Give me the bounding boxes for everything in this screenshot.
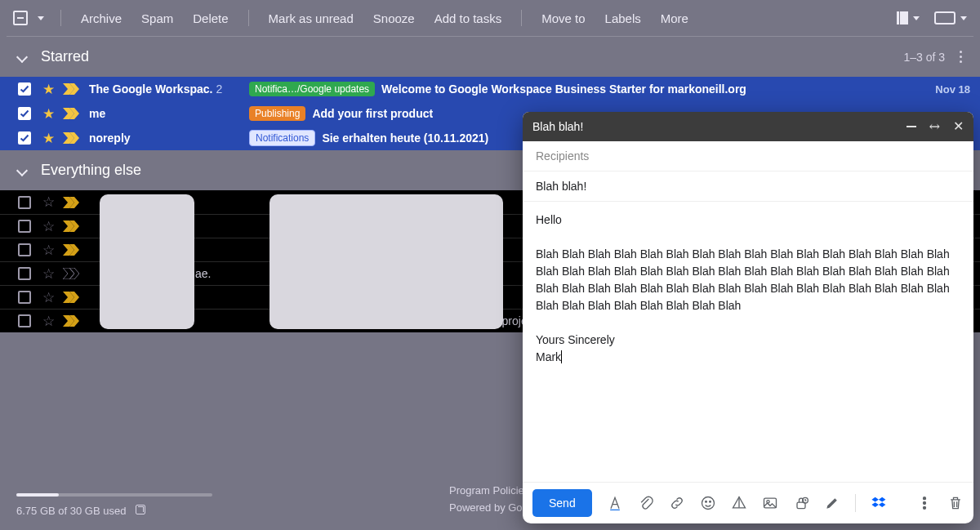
input-tools-toggle[interactable] [934,11,967,24]
row-checkbox[interactable] [18,243,31,256]
row-checkbox[interactable] [18,314,31,327]
row-checkbox[interactable] [18,267,31,280]
archive-button[interactable]: Archive [73,8,130,29]
attachment-preview-card[interactable] [270,194,503,329]
send-button-group: Send [532,489,592,517]
star-icon[interactable]: ☆ [42,194,55,211]
subject: Welcome to Google Workspace Business Sta… [381,82,746,96]
importance-marker[interactable] [63,132,79,144]
footer-link-powered: Powered by Go [449,500,529,517]
add-to-tasks-button[interactable]: Add to tasks [426,8,510,29]
section-overflow-menu[interactable] [960,51,962,63]
toolbar-separator [60,10,61,26]
drive-icon[interactable] [731,495,747,511]
importance-marker[interactable] [63,244,79,256]
label-chip[interactable]: Notifications [249,130,315,146]
row-checkbox[interactable] [18,107,31,120]
subject-field[interactable]: Blah blah! [523,171,973,202]
date: Nov 18 [922,83,970,96]
subject: Sie erhalten heute (10.11.2021) [322,131,488,145]
link-icon[interactable] [669,495,685,511]
star-icon[interactable]: ☆ [42,265,55,283]
attach-icon[interactable] [638,495,654,511]
recipients-field[interactable]: Recipients [523,141,973,171]
expand-button[interactable]: ⤢ [927,118,942,134]
row-checkbox[interactable] [18,131,31,145]
send-button[interactable]: Send [532,489,592,517]
item-count: 1–3 of 3 [903,51,945,64]
star-icon[interactable]: ☆ [42,218,55,235]
toolbar-separator [248,10,249,26]
email-row[interactable]: ★ The Google Workspac.2 Notifica…/Google… [0,77,980,101]
more-options-icon[interactable] [916,495,933,511]
select-all-checkbox[interactable] [13,11,28,25]
more-button[interactable]: More [653,8,697,29]
label-chip[interactable]: Notifica…/Google updates [249,82,375,96]
label-chip[interactable]: Publishing [249,106,305,121]
signature-icon[interactable] [824,495,840,511]
storage-text: 6.75 GB of 30 GB used [16,505,126,517]
importance-marker[interactable] [63,197,79,208]
action-toolbar: Archive Spam Delete Mark as unread Snooz… [0,0,980,36]
select-menu-caret[interactable] [38,16,44,20]
importance-marker[interactable] [63,83,79,95]
toolbar-separator [521,10,522,26]
delete-button[interactable]: Delete [185,8,236,29]
compose-body[interactable]: Hello Blah Blah Blah Blah Blah Blah Blah… [523,202,973,482]
minimize-button[interactable] [906,126,916,127]
row-checkbox[interactable] [18,82,31,96]
importance-marker[interactable] [63,268,79,279]
toolbar-separator [855,494,856,512]
caret-down-icon [913,16,920,20]
svg-point-7 [924,497,926,500]
mark-unread-button[interactable]: Mark as unread [261,8,362,29]
text-cursor [561,350,562,363]
close-button[interactable]: ✕ [953,121,964,132]
importance-marker[interactable] [63,315,79,327]
section-header-starred[interactable]: Starred 1–3 of 3 [0,37,980,77]
emoji-icon[interactable] [700,495,716,511]
section-title: Starred [41,48,89,65]
formatting-icon[interactable] [607,495,623,511]
star-icon[interactable]: ★ [42,105,55,122]
importance-marker[interactable] [63,292,79,303]
chevron-down-icon [16,51,28,62]
storage-footer: 6.75 GB of 30 GB used [16,493,506,517]
open-external-icon[interactable] [136,505,145,514]
subject: Add your first product [312,107,433,120]
star-icon[interactable]: ☆ [42,289,55,306]
compose-title: Blah blah! [532,120,583,133]
footer-link-policies[interactable]: Program Policies [449,483,529,500]
density-icon [897,11,908,24]
density-toggle[interactable] [897,11,920,24]
compose-window: Blah blah! ⤢ ✕ Recipients Blah blah! Hel… [523,112,973,523]
row-checkbox[interactable] [18,196,31,209]
compose-header[interactable]: Blah blah! ⤢ ✕ [523,112,973,141]
photo-icon[interactable] [762,495,778,511]
confidential-icon[interactable] [793,495,809,511]
discard-icon[interactable] [947,495,964,511]
snooze-button[interactable]: Snooze [365,8,423,29]
compose-toolbar: Send [523,482,973,523]
svg-point-9 [924,506,926,509]
dropbox-icon[interactable] [871,495,887,511]
svg-point-2 [710,501,711,503]
star-icon[interactable]: ☆ [42,242,55,259]
row-checkbox[interactable] [18,220,31,233]
star-icon[interactable]: ☆ [42,313,55,330]
star-icon[interactable]: ★ [42,130,55,147]
importance-marker[interactable] [63,220,79,232]
section-title: Everything else [41,162,141,179]
star-icon[interactable]: ★ [42,81,55,98]
spam-button[interactable]: Spam [133,8,181,29]
svg-point-1 [706,501,707,503]
move-to-button[interactable]: Move to [533,8,593,29]
attachment-preview-card[interactable] [100,194,194,329]
sender: noreply [89,131,249,145]
svg-point-0 [702,497,715,510]
row-checkbox[interactable] [18,291,31,304]
labels-button[interactable]: Labels [597,8,649,29]
send-options-caret[interactable] [592,489,593,517]
importance-marker[interactable] [63,108,79,119]
chevron-down-icon [16,164,28,176]
